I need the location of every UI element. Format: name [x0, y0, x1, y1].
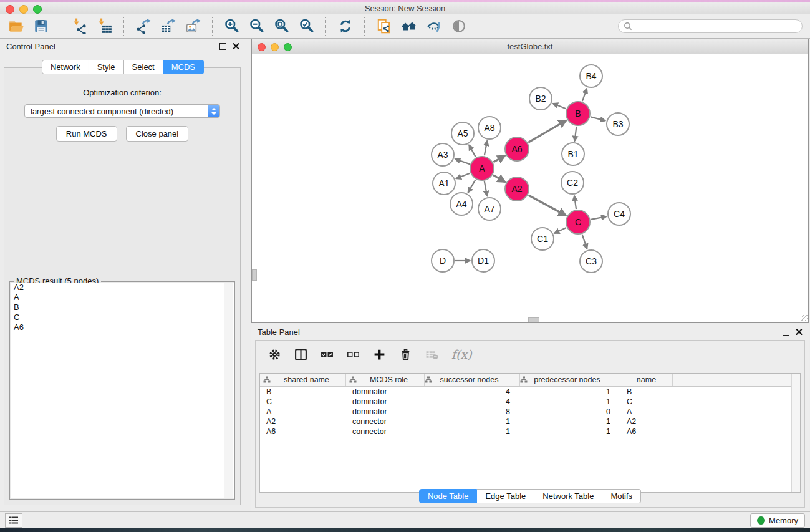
graph-node-A2[interactable]: A2: [504, 177, 529, 201]
graph-node-A4[interactable]: A4: [450, 192, 473, 216]
graph-node-A7[interactable]: A7: [478, 197, 501, 221]
graph-node-B3[interactable]: B3: [606, 112, 630, 136]
list-item[interactable]: A2: [11, 283, 234, 293]
tab-node-table[interactable]: Node Table: [419, 489, 478, 503]
zoom-out-icon[interactable]: [248, 18, 265, 35]
deselect-all-checkboxes-icon[interactable]: [347, 348, 360, 361]
settings-gear-icon[interactable]: [268, 348, 281, 361]
network-canvas[interactable]: AA1A2A3A4A5A6A7A8BB1B2B3B4CC1C2C3C4DD1: [252, 54, 808, 322]
criterion-value: largest connected component (directed): [25, 107, 208, 116]
graph-node-B[interactable]: B: [566, 101, 591, 126]
zoom-in-icon[interactable]: [223, 18, 240, 35]
window-resize-grip[interactable]: [801, 315, 808, 322]
table-row[interactable]: A dominator 8 0 A: [260, 407, 800, 417]
network-window-titlebar: testGlobe.txt: [252, 39, 808, 54]
graph-node-A8[interactable]: A8: [478, 116, 501, 140]
tab-edge-table[interactable]: Edge Table: [477, 489, 534, 503]
dropdown-stepper-icon[interactable]: [208, 105, 219, 117]
desktop-wallpaper-strip: [0, 528, 810, 532]
column-header-name[interactable]: name: [620, 374, 673, 386]
import-table-icon[interactable]: [96, 18, 113, 35]
hide-panels-icon[interactable]: [425, 18, 442, 35]
graph-node-A[interactable]: A: [470, 156, 494, 181]
network-window-title: testGlobe.txt: [252, 42, 808, 51]
graph-node-D[interactable]: D: [431, 249, 455, 273]
table-row[interactable]: A6 connector 1 1 A6: [260, 427, 800, 437]
graph-node-B1[interactable]: B1: [561, 142, 585, 166]
table-panel: Table Panel: [251, 324, 809, 511]
graph-node-C2[interactable]: C2: [561, 171, 584, 195]
table-toolbar: f(x): [256, 341, 804, 368]
table-row[interactable]: C dominator 4 1 C: [260, 397, 800, 407]
toolbar-separator: [60, 17, 60, 36]
graph-node-C[interactable]: C: [566, 210, 591, 235]
control-panel-title: Control Panel: [6, 42, 55, 51]
memory-button[interactable]: Memory: [750, 513, 805, 528]
list-item[interactable]: A6: [11, 322, 234, 332]
table-row[interactable]: A2 connector 1 1 A2: [260, 417, 800, 427]
new-session-from-network-icon[interactable]: [375, 18, 392, 35]
tab-mcds[interactable]: MCDS: [163, 60, 204, 74]
import-network-icon[interactable]: [71, 18, 88, 35]
tab-style[interactable]: Style: [89, 60, 124, 74]
export-network-icon[interactable]: [135, 18, 152, 35]
close-panel-icon[interactable]: [796, 329, 803, 336]
mcds-result-groupbox: MCDS result (5 nodes) A2 A B C A6: [9, 281, 235, 500]
zoom-selected-icon[interactable]: [298, 18, 315, 35]
toolbar-separator: [325, 17, 326, 36]
network-view-window: testGlobe.txt AA1A2A3A4A5A6A7A8BB1B2B3B4…: [251, 39, 809, 323]
select-all-checkboxes-icon[interactable]: [321, 348, 334, 361]
column-header-mcds-role[interactable]: MCDS role: [346, 374, 425, 386]
float-panel-icon[interactable]: [783, 329, 789, 336]
delete-column-icon[interactable]: [399, 348, 412, 361]
save-session-icon[interactable]: [32, 18, 49, 35]
tab-motifs[interactable]: Motifs: [602, 489, 641, 503]
app-titlebar: Session: New Session: [0, 2, 810, 15]
toolbar-separator: [123, 17, 124, 36]
criterion-dropdown[interactable]: largest connected component (directed): [24, 104, 220, 118]
graph-node-C4[interactable]: C4: [607, 202, 631, 226]
export-image-icon[interactable]: [185, 18, 201, 35]
list-item[interactable]: A: [11, 293, 234, 302]
table-panel-header: Table Panel: [251, 324, 809, 339]
search-input[interactable]: [635, 21, 797, 32]
add-column-icon[interactable]: [373, 348, 386, 361]
show-column-icon[interactable]: [294, 348, 307, 361]
tab-network-table[interactable]: Network Table: [534, 489, 602, 503]
close-panel-button[interactable]: Close panel: [126, 126, 189, 142]
graph-node-C1[interactable]: C1: [531, 227, 554, 251]
search-field[interactable]: [618, 19, 803, 33]
graph-node-A6[interactable]: A6: [504, 137, 529, 162]
column-header-shared-name[interactable]: shared name: [260, 374, 346, 386]
canvas-vertical-scrollbar[interactable]: [252, 269, 257, 281]
export-table-icon[interactable]: [160, 18, 176, 35]
list-item[interactable]: B: [11, 302, 234, 312]
graph-node-A5[interactable]: A5: [451, 122, 475, 145]
control-panel-tabs: Network Style Select MCDS: [42, 60, 204, 74]
run-mcds-button[interactable]: Run MCDS: [56, 126, 117, 142]
table-scrollbar-track[interactable]: [791, 374, 800, 492]
canvas-horizontal-scrollbar[interactable]: [528, 317, 539, 322]
open-file-icon[interactable]: [7, 18, 24, 35]
refresh-network-icon[interactable]: [337, 18, 354, 35]
tab-network[interactable]: Network: [42, 60, 89, 74]
column-header-successor-nodes[interactable]: successor nodes: [425, 374, 520, 386]
table-panel-title: Table Panel: [258, 327, 300, 337]
graph-node-D1[interactable]: D1: [471, 249, 495, 273]
task-history-button[interactable]: [5, 513, 22, 528]
close-panel-icon[interactable]: [233, 43, 239, 50]
graph-node-A1[interactable]: A1: [432, 172, 456, 195]
graph-node-C3[interactable]: C3: [579, 249, 603, 273]
result-scrollbar-track[interactable]: [224, 283, 233, 498]
graph-node-B4[interactable]: B4: [579, 64, 603, 88]
tab-select[interactable]: Select: [124, 60, 163, 74]
node-table: shared name MCDS role successor nodes pr…: [259, 373, 801, 493]
table-row[interactable]: B dominator 4 1 B: [260, 387, 800, 397]
zoom-fit-icon[interactable]: [273, 18, 290, 35]
column-header-predecessor-nodes[interactable]: predecessor nodes: [520, 374, 620, 386]
float-panel-icon[interactable]: [219, 43, 226, 50]
graph-node-A3[interactable]: A3: [431, 143, 455, 167]
list-item[interactable]: C: [11, 312, 234, 322]
home-icon[interactable]: [400, 18, 417, 35]
graph-node-B2[interactable]: B2: [529, 87, 552, 110]
